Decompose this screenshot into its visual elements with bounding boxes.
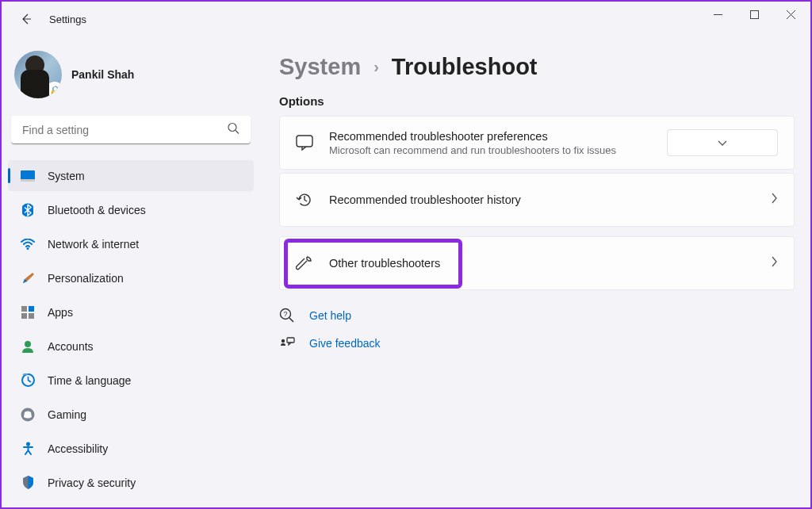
card-other-troubleshooters[interactable]: Other troubleshooters: [279, 236, 795, 290]
sidebar-item-network[interactable]: Network & internet: [8, 228, 254, 259]
apps-icon: [21, 305, 35, 320]
give-feedback-link[interactable]: Give feedback: [279, 335, 795, 351]
sidebar-item-personalization[interactable]: Personalization: [8, 262, 254, 293]
chevron-right-icon: [772, 256, 778, 270]
main-content: System › Troubleshoot Options Recommende…: [260, 30, 810, 504]
search-input[interactable]: [11, 116, 251, 144]
get-help-link[interactable]: ? Get help: [279, 308, 795, 323]
sidebar-item-system[interactable]: System: [8, 160, 254, 191]
nav-label: Gaming: [48, 408, 86, 421]
svg-point-2: [228, 124, 236, 132]
card-troubleshooter-history[interactable]: Recommended troubleshooter history: [279, 173, 795, 227]
history-icon: [296, 191, 313, 209]
svg-point-11: [25, 341, 31, 347]
section-title: Options: [279, 94, 795, 108]
svg-rect-10: [29, 313, 34, 319]
feedback-icon: [279, 335, 295, 351]
nav-label: Bluetooth & devices: [48, 204, 146, 216]
wrench-icon: [296, 254, 313, 272]
svg-point-6: [27, 247, 29, 250]
bluetooth-icon: [21, 203, 35, 217]
accessibility-icon: [21, 442, 35, 456]
nav-label: Network & internet: [48, 238, 139, 251]
svg-text:?: ?: [283, 310, 287, 318]
wifi-icon: [21, 237, 35, 251]
breadcrumb: System › Troubleshoot: [279, 54, 795, 80]
accounts-icon: [21, 339, 35, 354]
profile-name: Pankil Shah: [71, 68, 134, 81]
svg-rect-9: [21, 313, 27, 319]
nav-label: Personalization: [48, 272, 124, 285]
card-subtitle: Microsoft can recommend and run troubles…: [329, 144, 651, 156]
sidebar-item-time[interactable]: Time & language: [8, 365, 254, 396]
gaming-icon: [21, 408, 35, 422]
svg-rect-8: [29, 306, 34, 312]
sidebar-item-apps[interactable]: Apps: [8, 297, 254, 327]
app-title: Settings: [49, 13, 86, 25]
breadcrumb-current: Troubleshoot: [392, 54, 538, 80]
svg-rect-19: [287, 338, 294, 343]
sidebar-item-gaming[interactable]: Gaming: [8, 399, 254, 430]
sidebar-item-privacy[interactable]: Privacy & security: [8, 467, 254, 498]
link-label: Get help: [309, 309, 351, 322]
chevron-right-icon: ›: [373, 58, 379, 76]
help-icon: ?: [279, 308, 295, 323]
card-title: Recommended troubleshooter preferences: [329, 130, 651, 143]
sidebar-item-accounts[interactable]: Accounts: [8, 331, 254, 362]
link-label: Give feedback: [309, 337, 381, 350]
avatar: 🔒: [14, 51, 62, 98]
chat-icon: [296, 134, 313, 151]
breadcrumb-parent[interactable]: System: [279, 54, 361, 80]
svg-rect-7: [21, 306, 27, 312]
system-icon: [21, 169, 35, 183]
clock-icon: [21, 373, 35, 388]
chevron-right-icon: [772, 193, 778, 207]
svg-rect-3: [21, 170, 35, 180]
card-troubleshooter-prefs[interactable]: Recommended troubleshooter preferences M…: [279, 116, 795, 170]
nav-label: Apps: [48, 306, 73, 319]
svg-rect-4: [21, 179, 35, 182]
nav-label: Time & language: [48, 374, 131, 387]
nav-label: Accounts: [48, 340, 94, 353]
nav-label: Accessibility: [48, 442, 108, 455]
nav-label: Privacy & security: [48, 476, 136, 489]
back-button[interactable]: [14, 8, 36, 30]
brush-icon: [21, 271, 35, 285]
prefs-dropdown[interactable]: [667, 129, 778, 156]
sidebar-item-bluetooth[interactable]: Bluetooth & devices: [8, 194, 254, 225]
svg-point-18: [282, 339, 285, 343]
local-account-badge: 🔒: [45, 82, 62, 98]
sidebar: 🔒 Pankil Shah System Bluetooth & device: [2, 30, 260, 504]
card-title: Other troubleshooters: [329, 257, 756, 270]
shield-icon: [21, 476, 35, 490]
nav-label: System: [48, 170, 85, 182]
sidebar-item-accessibility[interactable]: Accessibility: [8, 433, 254, 464]
profile-block[interactable]: 🔒 Pankil Shah: [8, 44, 254, 106]
card-title: Recommended troubleshooter history: [329, 193, 756, 206]
svg-rect-15: [297, 136, 312, 147]
search-icon: [228, 123, 239, 138]
chevron-down-icon: [718, 136, 727, 150]
